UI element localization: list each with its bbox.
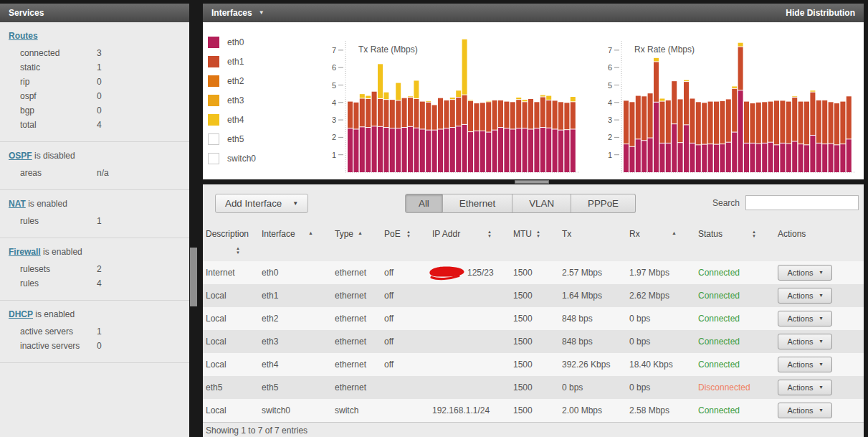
sort-both-icon[interactable]: ▲▼ (406, 230, 411, 238)
sort-both-icon[interactable]: ▲▼ (487, 230, 492, 238)
tx-rate-chart: 1234567Tx Rate (Mbps) (323, 27, 581, 179)
sidebar-sections: Routesconnected3static1rip0ospf0bgp0tota… (0, 22, 189, 363)
horizontal-scrollbar-thumb[interactable] (515, 180, 549, 184)
bar-segment-eth1 (564, 103, 569, 129)
bar-segment-eth0 (378, 127, 383, 172)
stat-label: inactive servers (20, 340, 97, 352)
column-header-rx[interactable]: Rx▲ (629, 222, 698, 261)
sort-asc-icon[interactable]: ▲ (672, 230, 677, 237)
chart-title: Rx Rate (Mbps) (634, 44, 695, 55)
sort-asc-icon[interactable]: ▲ (308, 230, 313, 237)
legend-label: eth4 (227, 115, 244, 125)
actions-button[interactable]: Actions▾ (778, 334, 832, 349)
hide-distribution-button[interactable]: Hide Distribution (786, 8, 855, 18)
actions-label: Actions (787, 268, 813, 277)
sidebar-section-ospf: OSPF is disabledareasn/a (0, 142, 189, 190)
section-head: DHCP is enabled (0, 309, 189, 319)
bar-segment-eth0 (414, 128, 419, 172)
bar-segment-eth1 (498, 100, 503, 127)
cell-mtu: 1500 (513, 382, 562, 393)
sidebar-stat-row: ospf0 (0, 89, 189, 103)
actions-button[interactable]: Actions▾ (778, 288, 832, 304)
sort-both-icon[interactable]: ▲▼ (536, 230, 540, 238)
actions-button[interactable]: Actions▾ (778, 403, 832, 418)
stat-value: 0 (97, 105, 102, 116)
tab-ethernet[interactable]: Ethernet (443, 194, 512, 213)
column-header-poe[interactable]: PoE▲▼ (384, 222, 432, 261)
actions-button[interactable]: Actions▾ (778, 311, 832, 326)
sort-down-icon: ▼ (406, 234, 411, 238)
cell-rx: 18.40 Kbps (629, 360, 698, 370)
bar-segment-eth1 (571, 102, 576, 128)
add-interface-button[interactable]: Add Interface ▼ (215, 194, 308, 213)
bar-segment-eth4 (426, 101, 431, 102)
actions-button[interactable]: Actions▾ (778, 265, 832, 281)
tab-pppoe[interactable]: PPPoE (571, 194, 636, 213)
sidebar-stat-row: bgp0 (0, 103, 189, 118)
actions-button[interactable]: Actions▾ (778, 380, 832, 395)
bar-segment-eth1 (390, 100, 395, 128)
sidebar-link-ospf[interactable]: OSPF (9, 151, 32, 161)
stat-label: total (20, 119, 97, 131)
cell-description: eth5 (206, 382, 262, 393)
stat-label: ospf (20, 90, 97, 102)
bar-segment-eth1 (654, 62, 659, 101)
cell-ip: 192.168.1.1/24 (432, 405, 513, 415)
bar-segment-eth0 (774, 145, 779, 172)
cell-actions: Actions▾ (778, 403, 864, 418)
bar-segment-eth1 (534, 102, 539, 128)
actions-label: Actions (787, 360, 813, 369)
bar-segment-eth1 (666, 100, 671, 143)
sidebar-stat-row: areasn/a (0, 166, 189, 180)
bar-segment-eth0 (396, 128, 401, 172)
sidebar-link-firewall[interactable]: Firewall (9, 247, 41, 257)
bar-segment-eth0 (798, 144, 803, 172)
actions-button[interactable]: Actions▾ (778, 357, 832, 372)
bar-segment-eth1 (474, 103, 479, 131)
column-header-status[interactable]: Status▲▼ (698, 222, 778, 261)
sidebar-link-nat[interactable]: NAT (9, 199, 26, 209)
bar-segment-eth0 (750, 144, 755, 172)
sidebar-section-dhcp: DHCP is enabledactive servers1inactive s… (0, 301, 189, 363)
sidebar-link-dhcp[interactable]: DHCP (9, 309, 33, 319)
column-header-interface[interactable]: Interface▲ (262, 222, 335, 261)
bar-segment-eth1 (546, 100, 551, 128)
sidebar-link-routes[interactable]: Routes (9, 31, 38, 41)
column-header-mtu[interactable]: MTU▲▼ (513, 222, 562, 261)
sort-both-icon[interactable]: ▲▼ (752, 230, 756, 238)
bar-segment-eth1 (750, 103, 755, 143)
sort-asc-icon[interactable]: ▲ (358, 230, 363, 237)
chevron-down-icon: ▾ (820, 270, 823, 276)
bar-segment-eth0 (840, 144, 845, 172)
cell-mtu: 1500 (513, 314, 562, 324)
bar-segment-eth4 (378, 64, 383, 98)
cell-type: ethernet (335, 360, 384, 370)
bar-segment-eth0 (756, 144, 761, 172)
column-header-description[interactable]: Description▲▼ (206, 222, 262, 261)
tab-all[interactable]: All (405, 194, 443, 213)
legend-item-eth1: eth1 (208, 52, 256, 71)
sidebar-scrollbar-thumb[interactable] (190, 248, 197, 306)
cell-tx: 848 bps (562, 314, 629, 324)
column-header-ip-addr[interactable]: IP Addr▲▼ (432, 222, 513, 261)
bar-segment-eth4 (486, 101, 491, 102)
bar-segment-eth0 (408, 127, 413, 172)
interfaces-dropdown[interactable]: Interfaces ▼ (211, 8, 264, 18)
column-header-type[interactable]: Type▲ (335, 222, 384, 261)
cell-mtu: 1500 (513, 337, 562, 347)
column-header-actions[interactable]: Actions (778, 222, 864, 261)
cell-description: Local (206, 337, 262, 347)
bar-segment-eth0 (648, 138, 653, 172)
bar-segment-eth1 (378, 99, 383, 126)
bar-segment-eth1 (816, 100, 821, 143)
tab-vlan[interactable]: VLAN (512, 194, 571, 213)
bar-segment-eth1 (708, 102, 713, 144)
column-header-tx[interactable]: Tx (562, 222, 629, 261)
search-input[interactable] (745, 195, 859, 210)
bar-segment-eth0 (353, 129, 358, 172)
y-tick-label: 5 (608, 81, 612, 90)
y-tick-label: 3 (608, 116, 612, 124)
bar-segment-eth0 (738, 90, 743, 172)
legend-label: eth5 (227, 134, 244, 144)
sort-both-icon[interactable]: ▲▼ (236, 246, 240, 255)
